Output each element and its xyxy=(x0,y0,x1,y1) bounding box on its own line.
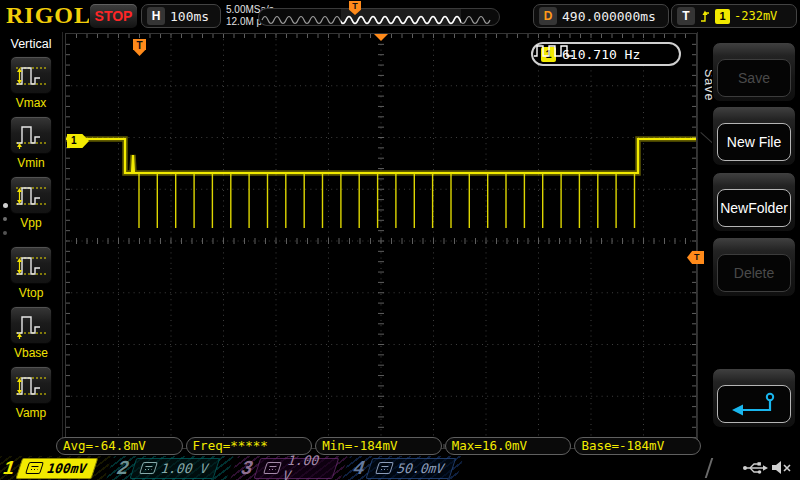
vamp-icon xyxy=(14,370,48,400)
vmax-icon xyxy=(14,60,48,90)
oscilloscope-screen: RIGOL STOP H 100ms 5.00MSa/s 12.0M pts T… xyxy=(0,0,800,480)
rigol-logo: RIGOL xyxy=(6,2,91,29)
vtop-icon xyxy=(14,250,48,280)
menu-item-label: Vtop xyxy=(0,286,62,300)
dc-coupling-icon xyxy=(139,462,158,474)
trigger-level-value: -232mV xyxy=(734,9,777,23)
back-button[interactable] xyxy=(717,385,791,423)
status-divider xyxy=(705,458,713,478)
h-key-label: H xyxy=(147,7,165,25)
menu-item-vpp[interactable]: Vpp xyxy=(0,176,62,230)
delay-box: D 490.000000ms xyxy=(533,4,669,28)
channel-status-bar: 1 100mV 2 1.00 V 3 1.00 V 4 50.0mV xyxy=(0,456,800,480)
menu-item-vmax[interactable]: Vmax xyxy=(0,56,62,110)
left-menu-title: Vertical xyxy=(0,37,62,51)
channel-scale-block: 1.00 V xyxy=(129,458,220,479)
delay-value: 490.000000ms xyxy=(562,9,656,24)
vpp-icon xyxy=(14,180,48,210)
graticule-and-trace xyxy=(66,34,696,448)
waveform-memory-bar xyxy=(258,8,500,26)
measurement-min: Min=-184mV xyxy=(315,437,442,455)
channel-scale-block: 100mV xyxy=(15,458,98,479)
new-file-button[interactable]: New File xyxy=(717,123,791,161)
vmin-icon xyxy=(14,120,48,150)
measurement-avg: Avg=-64.8mV xyxy=(56,437,183,455)
menu-item-vbase[interactable]: Vbase xyxy=(0,306,62,360)
channel-scale-block: 50.0mV xyxy=(365,458,456,479)
run-state-indicator[interactable]: STOP xyxy=(90,4,137,28)
channel-3-status[interactable]: 3 1.00 V xyxy=(230,456,348,480)
save-button[interactable]: Save xyxy=(717,59,791,97)
channel-scale: 1.00 V xyxy=(159,461,211,476)
return-arrow-icon xyxy=(726,391,782,417)
measurement-max: Max=16.0mV xyxy=(445,437,572,455)
usb-icon xyxy=(742,460,769,476)
menu-item-vtop[interactable]: Vtop xyxy=(0,246,62,300)
vbase-icon xyxy=(14,310,48,340)
channel-4-status[interactable]: 4 50.0mV xyxy=(342,456,464,480)
frequency-counter: 1 610.710 Hz xyxy=(531,42,681,66)
new-folder-button[interactable]: NewFolder xyxy=(717,189,791,227)
trigger-source-badge: 1 xyxy=(715,9,730,24)
measurement-freq: Freq=***** xyxy=(186,437,313,455)
right-save-menu: Save Save New File NewFolder Delete xyxy=(697,32,800,453)
menu-scroll-dot xyxy=(3,203,8,208)
timebase-value: 100ms xyxy=(170,9,209,24)
menu-item-label: Vmax xyxy=(0,96,62,110)
channel-1-status[interactable]: 1 100mV xyxy=(0,456,112,480)
ch1-waveform-trace xyxy=(66,139,696,228)
channel-scale: 100mV xyxy=(45,461,89,476)
top-status-bar: RIGOL STOP H 100ms 5.00MSa/s 12.0M pts T… xyxy=(0,0,800,32)
square-wave-icon xyxy=(533,44,575,57)
memory-waveform-icon xyxy=(259,9,499,25)
menu-scroll-dot xyxy=(3,217,7,221)
menu-scroll-dot xyxy=(3,231,7,235)
trigger-slope-icon xyxy=(699,9,711,24)
dc-coupling-icon xyxy=(375,462,394,474)
softkey-delete: Delete xyxy=(712,237,796,297)
t-key-label: T xyxy=(677,7,695,25)
softkey-save: Save xyxy=(712,42,796,102)
horizontal-center-indicator-icon xyxy=(374,34,388,41)
trigger-box: T 1 -232mV xyxy=(671,4,797,28)
graticule xyxy=(66,34,696,448)
softkey-new-file: New File xyxy=(712,106,796,166)
waveform-display-area: T 1 T 1 610.710 Hz xyxy=(65,33,697,449)
speaker-muted-icon[interactable] xyxy=(770,459,793,476)
menu-item-label: Vpp xyxy=(0,216,62,230)
dc-coupling-icon xyxy=(25,462,44,474)
left-measure-menu: Vertical Vmax Vmin xyxy=(0,32,63,453)
channel-scale: 50.0mV xyxy=(395,461,447,476)
menu-item-label: Vamp xyxy=(0,406,62,420)
menu-item-vamp[interactable]: Vamp xyxy=(0,366,62,420)
softkey-new-folder: NewFolder xyxy=(712,172,796,232)
channel-scale: 1.00 V xyxy=(281,453,333,480)
channel-scale-block: 1.00 V xyxy=(253,458,339,479)
delete-button[interactable]: Delete xyxy=(717,254,791,292)
menu-item-vmin[interactable]: Vmin xyxy=(0,116,62,170)
horizontal-timebase-box[interactable]: H 100ms xyxy=(141,4,221,28)
measurement-readout-bar: Avg=-64.8mV Freq=***** Min=-184mV Max=16… xyxy=(56,437,701,455)
channel-2-status[interactable]: 2 1.00 V xyxy=(106,456,234,480)
d-key-label: D xyxy=(539,7,557,25)
menu-item-label: Vmin xyxy=(0,156,62,170)
dc-coupling-icon xyxy=(263,462,282,474)
menu-item-label: Vbase xyxy=(0,346,62,360)
measurement-base: Base=-184mV xyxy=(574,437,701,455)
softkey-back xyxy=(712,368,796,428)
